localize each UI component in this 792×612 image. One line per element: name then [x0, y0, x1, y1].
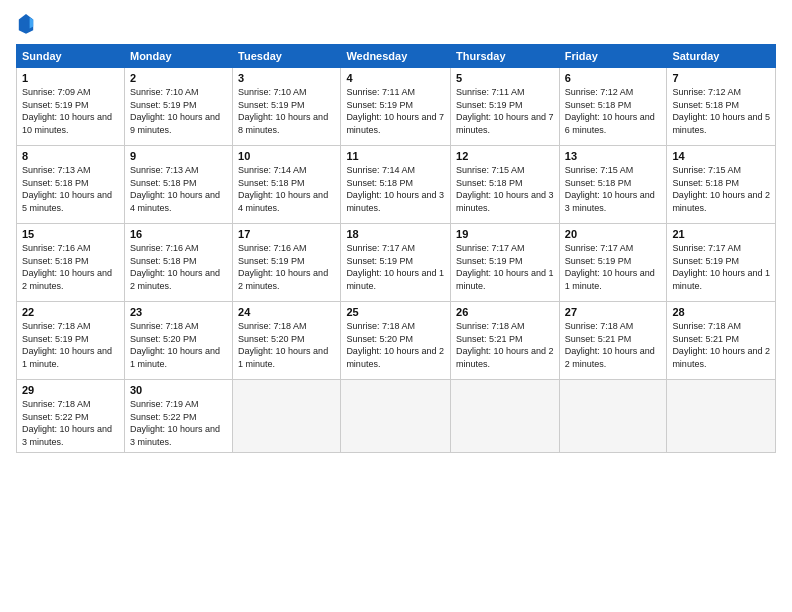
day-number: 1 [22, 72, 119, 84]
day-number: 4 [346, 72, 445, 84]
day-info: Sunrise: 7:18 AMSunset: 5:20 PMDaylight:… [346, 320, 445, 370]
day-number: 28 [672, 306, 770, 318]
day-number: 9 [130, 150, 227, 162]
calendar-table: SundayMondayTuesdayWednesdayThursdayFrid… [16, 44, 776, 453]
day-info: Sunrise: 7:09 AMSunset: 5:19 PMDaylight:… [22, 86, 119, 136]
day-info: Sunrise: 7:15 AMSunset: 5:18 PMDaylight:… [456, 164, 554, 214]
day-info: Sunrise: 7:13 AMSunset: 5:18 PMDaylight:… [130, 164, 227, 214]
calendar-cell: 19Sunrise: 7:17 AMSunset: 5:19 PMDayligh… [451, 224, 560, 302]
day-info: Sunrise: 7:18 AMSunset: 5:21 PMDaylight:… [456, 320, 554, 370]
day-info: Sunrise: 7:18 AMSunset: 5:21 PMDaylight:… [565, 320, 662, 370]
column-header-sunday: Sunday [17, 45, 125, 68]
day-info: Sunrise: 7:10 AMSunset: 5:19 PMDaylight:… [130, 86, 227, 136]
calendar-cell: 26Sunrise: 7:18 AMSunset: 5:21 PMDayligh… [451, 302, 560, 380]
day-info: Sunrise: 7:16 AMSunset: 5:19 PMDaylight:… [238, 242, 335, 292]
day-info: Sunrise: 7:11 AMSunset: 5:19 PMDaylight:… [456, 86, 554, 136]
calendar-week-row: 1Sunrise: 7:09 AMSunset: 5:19 PMDaylight… [17, 68, 776, 146]
calendar-cell: 22Sunrise: 7:18 AMSunset: 5:19 PMDayligh… [17, 302, 125, 380]
calendar-week-row: 22Sunrise: 7:18 AMSunset: 5:19 PMDayligh… [17, 302, 776, 380]
calendar-cell: 28Sunrise: 7:18 AMSunset: 5:21 PMDayligh… [667, 302, 776, 380]
day-number: 14 [672, 150, 770, 162]
day-number: 12 [456, 150, 554, 162]
day-info: Sunrise: 7:13 AMSunset: 5:18 PMDaylight:… [22, 164, 119, 214]
day-info: Sunrise: 7:18 AMSunset: 5:21 PMDaylight:… [672, 320, 770, 370]
calendar-week-row: 15Sunrise: 7:16 AMSunset: 5:18 PMDayligh… [17, 224, 776, 302]
calendar-cell: 27Sunrise: 7:18 AMSunset: 5:21 PMDayligh… [559, 302, 667, 380]
day-number: 13 [565, 150, 662, 162]
day-info: Sunrise: 7:16 AMSunset: 5:18 PMDaylight:… [130, 242, 227, 292]
calendar-cell: 6Sunrise: 7:12 AMSunset: 5:18 PMDaylight… [559, 68, 667, 146]
day-info: Sunrise: 7:14 AMSunset: 5:18 PMDaylight:… [346, 164, 445, 214]
column-header-friday: Friday [559, 45, 667, 68]
calendar-cell: 3Sunrise: 7:10 AMSunset: 5:19 PMDaylight… [233, 68, 341, 146]
calendar-cell: 14Sunrise: 7:15 AMSunset: 5:18 PMDayligh… [667, 146, 776, 224]
calendar-cell: 16Sunrise: 7:16 AMSunset: 5:18 PMDayligh… [124, 224, 232, 302]
calendar-cell: 24Sunrise: 7:18 AMSunset: 5:20 PMDayligh… [233, 302, 341, 380]
calendar-cell [341, 380, 451, 453]
day-info: Sunrise: 7:19 AMSunset: 5:22 PMDaylight:… [130, 398, 227, 448]
day-number: 15 [22, 228, 119, 240]
day-number: 24 [238, 306, 335, 318]
calendar-cell: 13Sunrise: 7:15 AMSunset: 5:18 PMDayligh… [559, 146, 667, 224]
day-info: Sunrise: 7:17 AMSunset: 5:19 PMDaylight:… [346, 242, 445, 292]
day-info: Sunrise: 7:17 AMSunset: 5:19 PMDaylight:… [672, 242, 770, 292]
logo [16, 12, 35, 38]
calendar-cell: 9Sunrise: 7:13 AMSunset: 5:18 PMDaylight… [124, 146, 232, 224]
day-number: 19 [456, 228, 554, 240]
calendar-cell [559, 380, 667, 453]
calendar-cell [451, 380, 560, 453]
day-info: Sunrise: 7:18 AMSunset: 5:19 PMDaylight:… [22, 320, 119, 370]
calendar-cell: 7Sunrise: 7:12 AMSunset: 5:18 PMDaylight… [667, 68, 776, 146]
day-info: Sunrise: 7:17 AMSunset: 5:19 PMDaylight:… [456, 242, 554, 292]
day-info: Sunrise: 7:15 AMSunset: 5:18 PMDaylight:… [672, 164, 770, 214]
day-number: 30 [130, 384, 227, 396]
page: SundayMondayTuesdayWednesdayThursdayFrid… [0, 0, 792, 612]
day-info: Sunrise: 7:12 AMSunset: 5:18 PMDaylight:… [565, 86, 662, 136]
day-number: 6 [565, 72, 662, 84]
logo-icon [17, 12, 35, 34]
day-number: 25 [346, 306, 445, 318]
day-info: Sunrise: 7:18 AMSunset: 5:22 PMDaylight:… [22, 398, 119, 448]
day-number: 29 [22, 384, 119, 396]
day-number: 16 [130, 228, 227, 240]
day-number: 23 [130, 306, 227, 318]
day-info: Sunrise: 7:15 AMSunset: 5:18 PMDaylight:… [565, 164, 662, 214]
day-number: 7 [672, 72, 770, 84]
header [16, 12, 776, 38]
calendar-cell: 5Sunrise: 7:11 AMSunset: 5:19 PMDaylight… [451, 68, 560, 146]
day-info: Sunrise: 7:11 AMSunset: 5:19 PMDaylight:… [346, 86, 445, 136]
day-number: 21 [672, 228, 770, 240]
calendar-cell: 18Sunrise: 7:17 AMSunset: 5:19 PMDayligh… [341, 224, 451, 302]
day-number: 22 [22, 306, 119, 318]
calendar-cell: 17Sunrise: 7:16 AMSunset: 5:19 PMDayligh… [233, 224, 341, 302]
day-info: Sunrise: 7:10 AMSunset: 5:19 PMDaylight:… [238, 86, 335, 136]
calendar-cell: 12Sunrise: 7:15 AMSunset: 5:18 PMDayligh… [451, 146, 560, 224]
calendar-cell: 23Sunrise: 7:18 AMSunset: 5:20 PMDayligh… [124, 302, 232, 380]
column-header-wednesday: Wednesday [341, 45, 451, 68]
day-info: Sunrise: 7:14 AMSunset: 5:18 PMDaylight:… [238, 164, 335, 214]
calendar-cell: 25Sunrise: 7:18 AMSunset: 5:20 PMDayligh… [341, 302, 451, 380]
day-number: 10 [238, 150, 335, 162]
day-info: Sunrise: 7:17 AMSunset: 5:19 PMDaylight:… [565, 242, 662, 292]
calendar-header-row: SundayMondayTuesdayWednesdayThursdayFrid… [17, 45, 776, 68]
calendar-cell: 30Sunrise: 7:19 AMSunset: 5:22 PMDayligh… [124, 380, 232, 453]
day-number: 5 [456, 72, 554, 84]
day-number: 18 [346, 228, 445, 240]
calendar-cell: 8Sunrise: 7:13 AMSunset: 5:18 PMDaylight… [17, 146, 125, 224]
calendar-cell: 15Sunrise: 7:16 AMSunset: 5:18 PMDayligh… [17, 224, 125, 302]
calendar-cell: 10Sunrise: 7:14 AMSunset: 5:18 PMDayligh… [233, 146, 341, 224]
column-header-monday: Monday [124, 45, 232, 68]
day-number: 2 [130, 72, 227, 84]
day-number: 27 [565, 306, 662, 318]
column-header-saturday: Saturday [667, 45, 776, 68]
day-number: 17 [238, 228, 335, 240]
day-info: Sunrise: 7:12 AMSunset: 5:18 PMDaylight:… [672, 86, 770, 136]
day-info: Sunrise: 7:18 AMSunset: 5:20 PMDaylight:… [130, 320, 227, 370]
calendar-cell: 29Sunrise: 7:18 AMSunset: 5:22 PMDayligh… [17, 380, 125, 453]
day-info: Sunrise: 7:18 AMSunset: 5:20 PMDaylight:… [238, 320, 335, 370]
day-number: 26 [456, 306, 554, 318]
day-number: 11 [346, 150, 445, 162]
calendar-cell: 20Sunrise: 7:17 AMSunset: 5:19 PMDayligh… [559, 224, 667, 302]
column-header-tuesday: Tuesday [233, 45, 341, 68]
day-number: 3 [238, 72, 335, 84]
